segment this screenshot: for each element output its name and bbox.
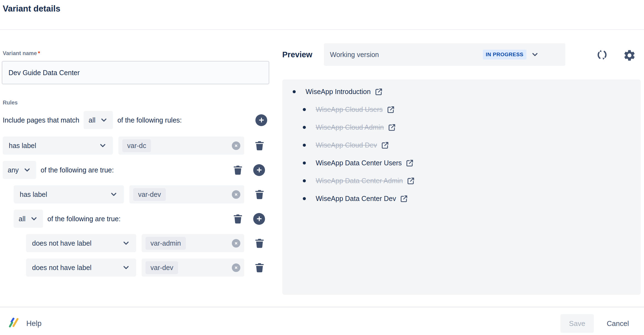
bullet-icon bbox=[303, 108, 306, 111]
label-chip: var-dev bbox=[133, 188, 166, 201]
match-type-select[interactable]: all bbox=[84, 111, 113, 129]
trash-icon bbox=[232, 213, 243, 225]
preview-page-link[interactable]: WiseApp Data Center Dev bbox=[316, 195, 396, 203]
preview-page-item-excluded: WiseApp Cloud Users bbox=[303, 101, 632, 118]
include-suffix-text: of the following rules: bbox=[117, 116, 182, 124]
external-link-icon[interactable] bbox=[388, 123, 396, 132]
delete-rule-button[interactable] bbox=[254, 140, 265, 152]
variant-name-label: Variant name* bbox=[3, 50, 40, 56]
trash-icon bbox=[254, 188, 265, 200]
remove-value-button[interactable] bbox=[232, 141, 240, 150]
remove-value-button[interactable] bbox=[232, 263, 240, 272]
add-nested-rule-button[interactable] bbox=[253, 164, 265, 176]
rule-operator-select[interactable]: has label bbox=[3, 137, 113, 155]
rule-operator-select[interactable]: does not have label bbox=[26, 259, 136, 277]
trash-icon bbox=[254, 140, 265, 152]
trash-icon bbox=[254, 237, 265, 249]
x-icon bbox=[233, 192, 239, 197]
save-button[interactable]: Save bbox=[560, 314, 594, 333]
refresh-icon bbox=[596, 49, 608, 61]
trash-icon bbox=[254, 262, 265, 274]
trash-icon bbox=[232, 164, 243, 176]
preview-page-item: WiseApp Introduction bbox=[293, 83, 632, 101]
label-chip: var-dev bbox=[146, 261, 178, 274]
delete-rule-button[interactable] bbox=[254, 188, 265, 200]
delete-rule-button[interactable] bbox=[254, 262, 265, 274]
external-link-icon[interactable] bbox=[387, 106, 395, 114]
preview-panel: WiseApp Introduction WiseApp Cloud Users… bbox=[282, 80, 641, 295]
plus-icon bbox=[256, 215, 263, 222]
label-chip: var-dc bbox=[122, 139, 151, 152]
rule-value-field[interactable]: var-dev bbox=[142, 259, 244, 277]
preview-page-item-excluded: WiseApp Cloud Admin bbox=[303, 118, 632, 136]
gear-icon bbox=[623, 49, 636, 62]
rule-operator-select[interactable]: has label bbox=[14, 185, 124, 203]
variant-name-input[interactable] bbox=[2, 61, 269, 84]
footer-divider bbox=[0, 307, 644, 307]
chevron-down-icon bbox=[122, 239, 130, 247]
rules-list: has label var-dc any of the following bbox=[0, 137, 267, 277]
preview-page-link[interactable]: WiseApp Cloud Admin bbox=[316, 123, 384, 131]
external-link-icon[interactable] bbox=[406, 159, 414, 167]
group-suffix-text: of the following are true: bbox=[41, 166, 114, 174]
version-select[interactable]: Working version IN PROGRESS bbox=[324, 43, 565, 66]
include-prefix-text: Include pages that match bbox=[3, 116, 79, 124]
chevron-down-icon bbox=[122, 263, 130, 272]
add-nested-rule-button[interactable] bbox=[253, 213, 265, 225]
preview-page-link[interactable]: WiseApp Cloud Dev bbox=[316, 141, 377, 149]
x-icon bbox=[233, 241, 239, 246]
bullet-icon bbox=[303, 126, 306, 129]
refresh-preview-button[interactable] bbox=[596, 49, 608, 61]
bullet-icon bbox=[293, 90, 296, 93]
external-link-icon[interactable] bbox=[381, 141, 389, 149]
chevron-down-icon bbox=[99, 141, 107, 150]
help-button[interactable]: Help bbox=[8, 314, 42, 333]
rule-group-row: any of the following are true: bbox=[3, 161, 267, 179]
preview-page-link[interactable]: WiseApp Cloud Users bbox=[316, 106, 383, 113]
group-match-select[interactable]: any bbox=[3, 161, 36, 179]
rule-row: has label var-dev bbox=[14, 185, 267, 203]
page-title: Variant details bbox=[3, 4, 60, 14]
external-link-icon[interactable] bbox=[375, 88, 383, 96]
preview-page-item-excluded: WiseApp Data Center Admin bbox=[303, 172, 632, 190]
group-suffix-text: of the following are true: bbox=[47, 215, 121, 223]
preview-title: Preview bbox=[282, 50, 312, 59]
remove-value-button[interactable] bbox=[232, 190, 240, 199]
bullet-icon bbox=[303, 144, 306, 147]
remove-value-button[interactable] bbox=[232, 239, 240, 248]
cancel-button[interactable]: Cancel bbox=[603, 314, 633, 333]
status-badge: IN PROGRESS bbox=[483, 50, 526, 59]
x-icon bbox=[233, 143, 239, 148]
rule-value-field[interactable]: var-dc bbox=[118, 137, 244, 155]
plus-icon bbox=[256, 166, 263, 174]
external-link-icon[interactable] bbox=[407, 177, 415, 185]
add-rule-button[interactable] bbox=[255, 114, 267, 126]
bullet-icon bbox=[303, 161, 306, 164]
required-asterisk: * bbox=[38, 50, 40, 56]
preview-settings-button[interactable] bbox=[623, 49, 636, 62]
chevron-down-icon bbox=[23, 166, 31, 174]
preview-page-link[interactable]: WiseApp Introduction bbox=[306, 88, 371, 96]
preview-page-link[interactable]: WiseApp Data Center Admin bbox=[316, 177, 403, 185]
chevron-down-icon bbox=[110, 190, 118, 198]
help-label: Help bbox=[26, 319, 42, 328]
preview-page-item: WiseApp Data Center Dev bbox=[303, 190, 632, 208]
delete-group-button[interactable] bbox=[232, 164, 243, 176]
preview-page-item: WiseApp Data Center Users bbox=[303, 154, 632, 172]
label-chip: var-admin bbox=[146, 237, 186, 250]
external-link-icon[interactable] bbox=[400, 195, 408, 203]
rule-value-field[interactable]: var-dev bbox=[129, 185, 244, 203]
x-icon bbox=[233, 265, 239, 270]
rule-operator-select[interactable]: does not have label bbox=[26, 234, 136, 252]
rules-label: Rules bbox=[3, 100, 18, 106]
version-select-value: Working version bbox=[330, 51, 379, 59]
rule-row: has label var-dc bbox=[3, 137, 267, 155]
include-rule-row: Include pages that match all of the foll… bbox=[3, 110, 267, 130]
preview-page-link[interactable]: WiseApp Data Center Users bbox=[316, 159, 402, 167]
rule-value-field[interactable]: var-admin bbox=[142, 234, 244, 252]
delete-rule-button[interactable] bbox=[254, 237, 265, 249]
group-match-select[interactable]: all bbox=[14, 210, 43, 228]
k15t-logo-icon bbox=[8, 317, 20, 330]
delete-group-button[interactable] bbox=[232, 213, 243, 225]
header-divider bbox=[0, 29, 644, 30]
